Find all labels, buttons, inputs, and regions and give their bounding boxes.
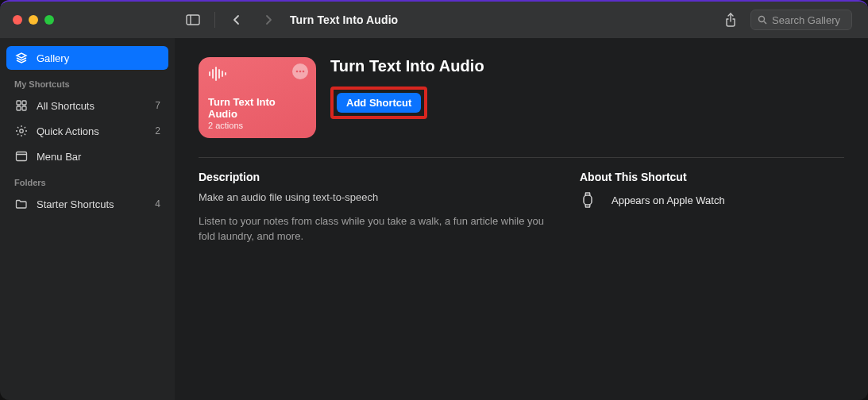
sidebar-item-gallery[interactable]: Gallery: [6, 46, 168, 70]
card-subtitle: 2 actions: [208, 121, 307, 130]
card-title: Turn Text Into Audio: [208, 96, 307, 120]
titlebar: Turn Text Into Audio Search Gallery: [0, 2, 868, 38]
description-section: Description Make an audio file using tex…: [199, 171, 548, 244]
sidebar-item-count: 2: [155, 125, 160, 137]
svg-rect-10: [17, 152, 27, 161]
section-divider: [199, 157, 844, 158]
sidebar-item-all-shortcuts[interactable]: All Shortcuts 7: [6, 94, 168, 117]
svg-rect-21: [584, 195, 592, 205]
apple-watch-icon: [580, 191, 596, 209]
search-placeholder: Search Gallery: [772, 14, 840, 26]
ellipsis-icon: [295, 70, 305, 73]
folder-icon: [14, 197, 29, 211]
sidebar-item-label: Menu Bar: [37, 151, 81, 163]
about-watch-text: Appears on Apple Watch: [611, 194, 725, 206]
svg-rect-6: [22, 101, 26, 105]
app-window: Turn Text Into Audio Search Gallery: [0, 0, 868, 400]
sidebar-item-count: 4: [155, 198, 160, 210]
sidebar-item-label: Quick Actions: [37, 125, 99, 137]
search-input[interactable]: Search Gallery: [750, 10, 852, 30]
toggle-sidebar-button[interactable]: [183, 10, 203, 29]
svg-point-9: [20, 129, 23, 133]
sidebar-item-starter-shortcuts[interactable]: Starter Shortcuts 4: [6, 192, 168, 216]
sidebar-item-label: Starter Shortcuts: [37, 198, 114, 210]
sidebar-item-quick-actions[interactable]: Quick Actions 2: [6, 119, 168, 143]
toolbar-divider: [214, 12, 215, 28]
sidebar-section-my-shortcuts: My Shortcuts: [6, 71, 168, 92]
svg-line-4: [764, 21, 766, 24]
sidebar-item-label: All Shortcuts: [37, 100, 95, 112]
hero-text: Turn Text Into Audio Add Shortcut: [330, 57, 484, 119]
svg-rect-8: [22, 106, 26, 110]
about-section: About This Shortcut Appears on Apple Wat…: [580, 171, 844, 244]
svg-point-14: [303, 71, 305, 73]
about-heading: About This Shortcut: [580, 171, 844, 183]
sidebar-item-label: Gallery: [37, 52, 69, 64]
close-window-button[interactable]: [13, 15, 22, 25]
gear-icon: [14, 124, 29, 138]
svg-rect-7: [17, 106, 21, 110]
gallery-icon: [14, 51, 29, 65]
page-title: Turn Text Into Audio: [290, 13, 398, 26]
details: Description Make an audio file using tex…: [199, 171, 844, 244]
shortcut-title: Turn Text Into Audio: [330, 57, 484, 75]
svg-point-12: [296, 71, 299, 73]
sidebar-section-folders: Folders: [6, 170, 168, 190]
nav-back-button[interactable]: [226, 10, 247, 29]
add-shortcut-button[interactable]: Add Shortcut: [337, 93, 421, 113]
add-shortcut-highlight: Add Shortcut: [330, 87, 427, 119]
svg-rect-5: [17, 101, 21, 105]
grid-icon: [14, 98, 29, 113]
search-icon: [758, 15, 767, 25]
card-more-button[interactable]: [292, 63, 308, 79]
body: Gallery My Shortcuts All Shortcuts 7 Qui…: [0, 38, 868, 400]
waveform-icon: [208, 65, 229, 83]
svg-point-3: [759, 17, 765, 22]
svg-rect-0: [187, 15, 199, 25]
window-controls: [0, 15, 175, 25]
sidebar-item-menu-bar[interactable]: Menu Bar: [6, 144, 168, 168]
menubar-icon: [14, 149, 29, 163]
minimize-window-button[interactable]: [29, 15, 38, 25]
shortcut-card[interactable]: Turn Text Into Audio 2 actions: [199, 57, 316, 138]
description-lead: Make an audio file using text-to-speech: [199, 191, 548, 203]
description-body: Listen to your notes from class while yo…: [199, 214, 548, 244]
hero: Turn Text Into Audio 2 actions Turn Text…: [199, 57, 844, 138]
nav-forward-button[interactable]: [258, 10, 279, 29]
sidebar-item-count: 7: [155, 100, 160, 111]
zoom-window-button[interactable]: [44, 15, 54, 25]
toolbar: Turn Text Into Audio Search Gallery: [175, 10, 868, 30]
description-heading: Description: [199, 171, 548, 183]
sidebar: Gallery My Shortcuts All Shortcuts 7 Qui…: [0, 38, 175, 400]
about-row-watch: Appears on Apple Watch: [580, 191, 844, 209]
main-content: Turn Text Into Audio 2 actions Turn Text…: [175, 38, 868, 400]
svg-point-13: [299, 71, 302, 73]
share-button[interactable]: [720, 10, 741, 29]
